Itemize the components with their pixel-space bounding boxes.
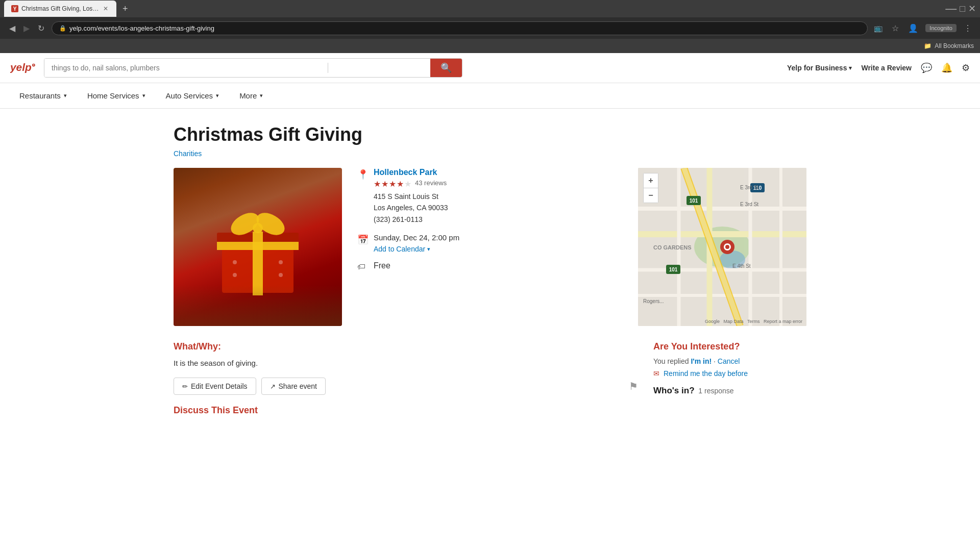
- cast-icon[interactable]: 📺: [872, 22, 885, 34]
- svg-point-38: [725, 245, 729, 249]
- window-maximize-button[interactable]: □: [960, 4, 965, 14]
- interested-heading: Are You Interested?: [653, 341, 806, 352]
- user-settings-icon[interactable]: ⚙: [962, 62, 970, 73]
- venue-details: Hollenbeck Park ★ ★ ★ ★ ★ 43 reviews 415…: [374, 168, 448, 225]
- map-zoom-in-button[interactable]: +: [644, 173, 658, 188]
- price-row: 🏷 Free: [357, 261, 551, 271]
- auto-services-chevron-icon: ▾: [216, 92, 219, 99]
- whos-in-row: Who's in? 1 response: [653, 386, 806, 396]
- what-why-heading: What/Why:: [174, 341, 638, 352]
- more-chevron-icon: ▾: [260, 92, 263, 99]
- replied-text: You replied I'm in! · Cancel: [653, 357, 806, 365]
- whos-in-label: Who's in?: [653, 386, 695, 395]
- map-svg: 101 101 110 E 3rd St E 3rd St E 4th St R…: [638, 168, 806, 326]
- yelp-logo[interactable]: yelp: [10, 59, 36, 77]
- svg-text:yelp: yelp: [10, 61, 32, 73]
- new-tab-button[interactable]: +: [118, 2, 132, 16]
- star-rating: ★ ★ ★ ★ ★ 43 reviews: [374, 179, 448, 189]
- venue-address: 415 S Saint Louis St Los Angeles, CA 900…: [374, 191, 448, 225]
- search-bar: San Francisco, CA 🔍: [44, 58, 462, 78]
- event-info: 📍 Hollenbeck Park ★ ★ ★ ★ ★ 43 reviews: [357, 168, 551, 280]
- window-close-button[interactable]: ✕: [968, 3, 976, 14]
- home-services-chevron-icon: ▾: [142, 92, 145, 99]
- svg-text:101: 101: [690, 198, 698, 204]
- restaurants-chevron-icon: ▾: [64, 92, 67, 99]
- calendar-icon: 📅: [357, 234, 368, 245]
- url-text: yelp.com/events/los-angeles-christmas-gi…: [69, 24, 860, 32]
- svg-text:E 3rd St: E 3rd St: [740, 202, 758, 207]
- bookmarks-bar: 📁 All Bookmarks: [0, 39, 980, 53]
- secure-icon: 🔒: [59, 25, 66, 32]
- gift-box-svg: [207, 196, 309, 298]
- search-button[interactable]: 🔍: [430, 59, 462, 77]
- im-in-link[interactable]: I'm in!: [691, 357, 712, 365]
- flag-icon: ⚑: [629, 381, 638, 392]
- datetime-details: Sunday, Dec 24, 2:00 pm Add to Calendar …: [374, 233, 459, 253]
- profile-icon[interactable]: 👤: [906, 21, 920, 35]
- event-datetime: Sunday, Dec 24, 2:00 pm: [374, 233, 459, 242]
- yelp-header: yelp San Francisco, CA 🔍 Yelp for Busine…: [0, 53, 980, 83]
- yelp-for-business-button[interactable]: Yelp for Business ▾: [787, 64, 852, 72]
- bookmark-icon[interactable]: ☆: [890, 21, 901, 35]
- svg-text:E 3rd St: E 3rd St: [740, 185, 758, 190]
- bookmarks-folder-icon: 📁: [924, 42, 932, 49]
- more-nav-item[interactable]: More ▾: [230, 83, 272, 108]
- location-icon: 📍: [357, 169, 368, 180]
- chevron-down-icon: ▾: [849, 65, 852, 71]
- cancel-link[interactable]: Cancel: [718, 357, 740, 365]
- event-image: 📷: [174, 168, 342, 326]
- auto-services-nav-item[interactable]: Auto Services ▾: [157, 83, 229, 108]
- remind-me-link[interactable]: ✉ Remind me the day before: [653, 369, 806, 378]
- map-zoom-out-button[interactable]: −: [644, 188, 658, 203]
- map-credits: Google Map Data Terms Report a map error: [705, 318, 802, 324]
- tab-favicon: Y: [11, 5, 18, 12]
- menu-icon[interactable]: ⋮: [962, 21, 974, 35]
- main-content: Christmas Gift Giving Charities 📷: [163, 109, 817, 436]
- venue-name-link[interactable]: Hollenbeck Park: [374, 168, 448, 177]
- yelp-logo-svg: yelp: [10, 59, 36, 77]
- svg-point-10: [233, 260, 237, 264]
- datetime-row: 📅 Sunday, Dec 24, 2:00 pm Add to Calenda…: [357, 233, 551, 253]
- share-event-button[interactable]: ↗ Share event: [261, 378, 326, 395]
- address-bar: ◀ ▶ ↻ 🔒 yelp.com/events/los-angeles-chri…: [0, 17, 980, 39]
- url-bar[interactable]: 🔒 yelp.com/events/los-angeles-christmas-…: [52, 21, 868, 35]
- map-area[interactable]: 101 101 110 E 3rd St E 3rd St E 4th St R…: [638, 168, 806, 326]
- svg-text:Rogers...: Rogers...: [643, 298, 664, 304]
- svg-text:E 4th St: E 4th St: [732, 263, 751, 269]
- edit-icon: ✏: [182, 383, 188, 390]
- sidebar-info: Are You Interested? You replied I'm in! …: [653, 341, 806, 416]
- active-tab[interactable]: Y Christmas Gift Giving, Los Ang... ✕: [4, 1, 116, 17]
- search-input[interactable]: [44, 59, 328, 77]
- svg-text:101: 101: [669, 267, 678, 272]
- map-container: 101 101 110 E 3rd St E 3rd St E 4th St R…: [638, 168, 806, 326]
- venue-info-row: 📍 Hollenbeck Park ★ ★ ★ ★ ★ 43 reviews: [357, 168, 551, 225]
- edit-event-button[interactable]: ✏ Edit Event Details: [174, 378, 256, 395]
- svg-point-9: [253, 223, 263, 233]
- home-services-nav-item[interactable]: Home Services ▾: [78, 83, 155, 108]
- back-button[interactable]: ◀: [6, 21, 18, 35]
- tab-close-button[interactable]: ✕: [102, 4, 109, 13]
- svg-point-11: [233, 273, 237, 277]
- incognito-badge: Incognito: [925, 24, 957, 32]
- all-bookmarks-button[interactable]: 📁 All Bookmarks: [924, 42, 974, 49]
- flag-button[interactable]: ⚑: [629, 378, 638, 395]
- event-category-link[interactable]: Charities: [174, 149, 806, 158]
- write-review-button[interactable]: Write a Review: [861, 64, 912, 72]
- response-count: 1 response: [696, 387, 733, 395]
- price-tag-icon: 🏷: [357, 262, 368, 271]
- restaurants-nav-item[interactable]: Restaurants ▾: [10, 83, 76, 108]
- messages-icon[interactable]: 💬: [921, 62, 932, 73]
- star-5-icon: ★: [404, 179, 411, 189]
- location-input[interactable]: San Francisco, CA: [328, 59, 430, 77]
- yelp-nav-right: Yelp for Business ▾ Write a Review 💬 🔔 ⚙: [787, 62, 970, 73]
- bottom-section: What/Why: It is the season of giving. ✏ …: [174, 341, 806, 416]
- refresh-button[interactable]: ↻: [35, 21, 47, 35]
- add-to-calendar-button[interactable]: Add to Calendar ▾: [374, 245, 459, 253]
- notifications-icon[interactable]: 🔔: [941, 62, 952, 73]
- forward-button[interactable]: ▶: [20, 21, 33, 35]
- nav-buttons: ◀ ▶ ↻: [6, 21, 47, 35]
- browser-actions: 📺 ☆ 👤 Incognito ⋮: [872, 21, 974, 35]
- event-description: It is the season of giving.: [174, 357, 638, 369]
- action-buttons: ✏ Edit Event Details ↗ Share event ⚑: [174, 378, 638, 395]
- window-minimize-button[interactable]: —: [945, 2, 957, 15]
